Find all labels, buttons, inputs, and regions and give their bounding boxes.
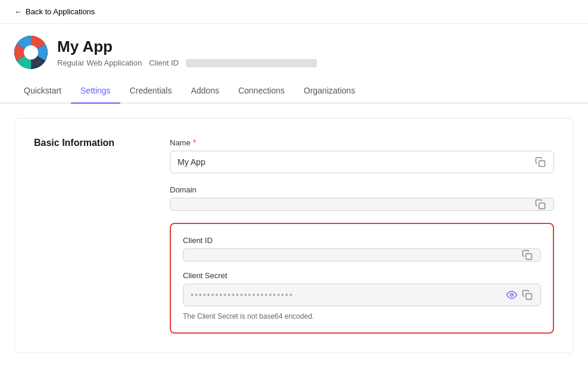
- svg-point-1: [24, 45, 38, 60]
- svg-rect-3: [539, 203, 545, 209]
- client-secret-input-wrapper: [183, 284, 541, 306]
- svg-point-5: [511, 294, 514, 297]
- domain-copy-button[interactable]: [533, 197, 548, 212]
- name-input[interactable]: [170, 151, 554, 173]
- client-id-copy-button[interactable]: [519, 247, 535, 263]
- app-meta: Regular Web Application Client ID: [57, 58, 317, 67]
- client-id-input-wrapper: [183, 248, 541, 262]
- back-to-applications-link[interactable]: ← Back to Applications: [0, 0, 588, 24]
- name-label: Name *: [170, 138, 554, 147]
- name-copy-button[interactable]: [533, 154, 548, 170]
- svg-rect-6: [526, 294, 532, 300]
- client-secret-hint: The Client Secret is not base64 encoded.: [183, 312, 541, 321]
- copy-icon: [522, 250, 533, 260]
- tab-connections[interactable]: Connections: [229, 79, 294, 104]
- name-required-marker: *: [193, 138, 196, 147]
- back-arrow-icon: ←: [14, 7, 22, 16]
- back-link-label: Back to Applications: [26, 7, 95, 16]
- copy-icon: [535, 199, 546, 210]
- svg-rect-4: [526, 254, 532, 260]
- tab-organizations[interactable]: Organizations: [294, 79, 365, 104]
- client-id-label: Client ID: [183, 236, 541, 245]
- app-name: My App: [57, 38, 317, 56]
- client-id-label: Client ID: [149, 58, 179, 67]
- main-content: Basic Information Name *: [0, 104, 588, 368]
- basic-information-section: Basic Information Name *: [14, 118, 574, 353]
- app-header: My App Regular Web Application Client ID: [0, 24, 588, 79]
- domain-field-group: Domain: [170, 185, 554, 211]
- app-type: Regular Web Application: [57, 58, 142, 67]
- copy-icon: [535, 157, 546, 167]
- client-id-field-group: Client ID: [183, 236, 541, 262]
- client-secret-label: Client Secret: [183, 271, 541, 280]
- domain-value-blurred: [170, 198, 554, 211]
- nav-tabs: Quickstart Settings Credentials Addons C…: [0, 79, 588, 104]
- name-input-wrapper: [170, 151, 554, 173]
- client-id-value-blurred: [183, 248, 541, 262]
- tab-credentials[interactable]: Credentials: [120, 79, 182, 104]
- client-secret-copy-button[interactable]: [519, 287, 535, 303]
- copy-icon: [522, 290, 533, 300]
- client-secret-field-group: Client Secret: [183, 271, 541, 321]
- tab-addons[interactable]: Addons: [181, 79, 228, 104]
- section-label: Basic Information: [34, 138, 141, 334]
- client-secret-toggle-visibility-button[interactable]: [504, 287, 519, 303]
- client-credentials-highlighted: Client ID: [170, 223, 554, 334]
- tab-quickstart[interactable]: Quickstart: [14, 79, 71, 104]
- fields-column: Name * Domain: [170, 138, 554, 334]
- app-info: My App Regular Web Application Client ID: [57, 38, 317, 67]
- client-id-value-blurred: [186, 59, 317, 67]
- client-secret-input[interactable]: [183, 284, 541, 306]
- domain-input-wrapper: [170, 198, 554, 211]
- domain-label: Domain: [170, 185, 554, 194]
- svg-rect-2: [539, 161, 545, 167]
- eye-icon: [506, 290, 517, 300]
- app-logo: [14, 36, 48, 69]
- app-logo-svg: [14, 36, 48, 69]
- name-field-group: Name *: [170, 138, 554, 173]
- tab-settings[interactable]: Settings: [71, 79, 120, 104]
